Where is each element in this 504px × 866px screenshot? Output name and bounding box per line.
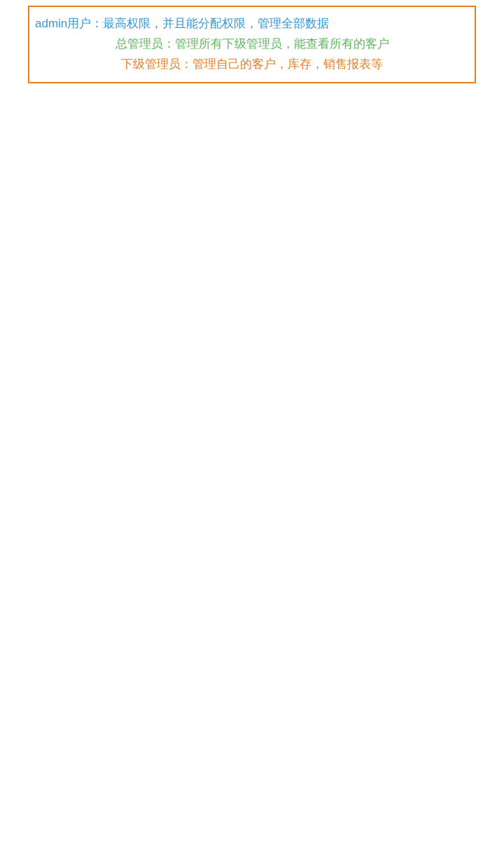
role-description-box: admin用户：最高权限，并且能分配权限，管理全部数据 总管理员：管理所有下级管…	[28, 6, 476, 83]
desc-manager: 总管理员：管理所有下级管理员，能查看所有的客户	[35, 34, 469, 55]
desc-admin: admin用户：最高权限，并且能分配权限，管理全部数据	[35, 14, 469, 34]
desc-sub: 下级管理员：管理自己的客户，库存，销售报表等	[35, 55, 469, 75]
